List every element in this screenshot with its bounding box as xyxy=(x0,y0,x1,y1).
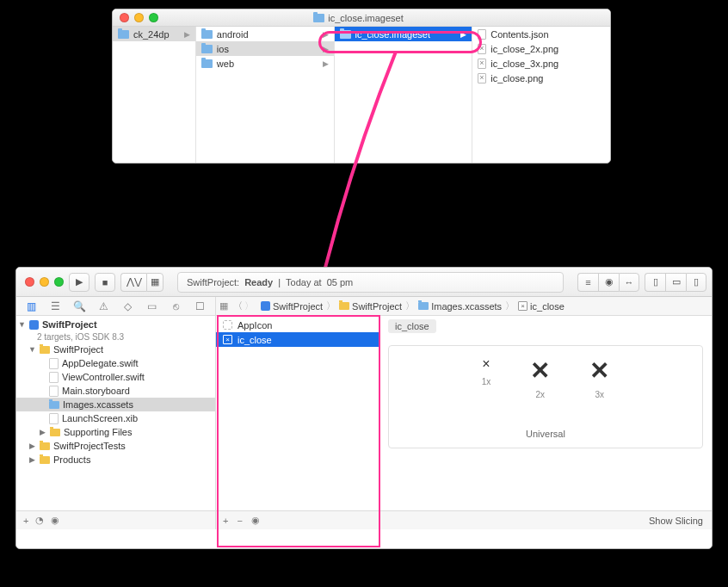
symbol-nav-icon[interactable]: ☰ xyxy=(44,300,68,312)
disclosure-icon[interactable]: ▼ xyxy=(28,345,36,354)
imageset-icon: × xyxy=(518,301,527,311)
item-label: ck_24dp xyxy=(133,29,170,40)
filter-recent-icon[interactable]: ◔ xyxy=(35,515,44,526)
tree-row[interactable]: ▶ Products xyxy=(16,453,215,467)
remove-button[interactable]: − xyxy=(237,516,242,526)
bottom-panel-icon[interactable]: ▭ xyxy=(665,273,686,292)
folder-icon xyxy=(40,442,50,450)
find-nav-icon[interactable]: 🔍 xyxy=(68,300,92,312)
add-button[interactable]: + xyxy=(23,516,28,526)
tree-row[interactable]: ▶ Supporting Files xyxy=(16,425,215,439)
project-nav-icon[interactable]: ▥ xyxy=(20,300,44,312)
list-item[interactable]: ic_close.png xyxy=(472,71,610,85)
close-icon[interactable] xyxy=(25,277,34,287)
asset-label: ic_close xyxy=(238,335,272,345)
filter-icon[interactable]: ◉ xyxy=(251,515,260,526)
tree-row[interactable]: ▶ SwiftProjectTests xyxy=(16,439,215,453)
disclosure-icon[interactable]: ▶ xyxy=(39,428,46,436)
assistant-editor-icon[interactable]: ◉ xyxy=(598,273,619,292)
tree-row[interactable]: AppDelegate.swift xyxy=(16,356,215,370)
destination-icon[interactable]: ▦ xyxy=(146,273,163,292)
list-item[interactable]: ic_close_3x.png xyxy=(472,56,610,71)
related-icon[interactable]: ▦ xyxy=(219,300,228,312)
chevron-right-icon: ▶ xyxy=(184,30,190,39)
scheme-selector[interactable]: ⋀⋁ ▦ xyxy=(120,273,163,292)
column-3[interactable]: Contents.json ic_close_2x.png ic_close_3… xyxy=(472,27,610,163)
zoom-icon[interactable] xyxy=(149,13,158,22)
asset-footer: + − ◉ xyxy=(216,510,379,529)
add-button[interactable]: + xyxy=(223,516,228,526)
test-nav-icon[interactable]: ◇ xyxy=(116,300,140,312)
standard-editor-icon[interactable]: ≡ xyxy=(577,273,598,292)
image-slot[interactable]: × 1x xyxy=(482,356,491,399)
secondary-bar: ▥ ☰ 🔍 ⚠ ◇ ▭ ⎋ ☐ ▦ 〈 〉 SwiftProject 〉 Swi… xyxy=(16,297,712,316)
jump-bar[interactable]: ▦ 〈 〉 SwiftProject 〉 SwiftProject 〉 Imag… xyxy=(216,297,712,315)
set-name-badge[interactable]: ic_close xyxy=(388,319,436,333)
list-item[interactable]: web ▶ xyxy=(196,56,334,71)
asset-list[interactable]: AppIcon × ic_close xyxy=(216,316,379,510)
run-button[interactable]: ▶ xyxy=(69,273,89,292)
version-editor-icon[interactable]: ↔ xyxy=(619,273,639,292)
column-0[interactable]: ck_24dp ▶ xyxy=(113,27,196,163)
tree-row[interactable]: LaunchScreen.xib xyxy=(16,411,215,425)
breakpoint-nav-icon[interactable]: ⎋ xyxy=(163,300,188,312)
folder-icon xyxy=(50,429,60,436)
scheme-icon[interactable]: ⋀⋁ xyxy=(120,273,146,292)
back-icon[interactable]: 〈 xyxy=(233,300,243,312)
list-item[interactable]: ic_close_2x.png xyxy=(472,41,610,56)
debug-nav-icon[interactable]: ▭ xyxy=(139,300,163,312)
report-nav-icon[interactable]: ☐ xyxy=(188,300,212,312)
forward-icon[interactable]: 〉 xyxy=(244,300,254,312)
asset-outline[interactable]: AppIcon × ic_close + − ◉ xyxy=(216,316,379,529)
show-slicing-button[interactable]: Show Slicing xyxy=(649,516,703,526)
asset-row[interactable]: AppIcon xyxy=(216,318,379,332)
project-navigator[interactable]: ▼ SwiftProject 2 targets, iOS SDK 8.3 ▼ … xyxy=(16,316,216,529)
slots-row: × 1x ✕ 2x ✕ 3x xyxy=(482,356,610,399)
stop-button[interactable]: ■ xyxy=(95,273,115,292)
folder-icon xyxy=(201,45,213,53)
jump-segment[interactable]: SwiftProject xyxy=(261,301,323,312)
activity-view[interactable]: SwiftProject: Ready | Today at 05 pm xyxy=(177,272,564,293)
scale-label: 2x xyxy=(536,390,546,399)
zoom-icon[interactable] xyxy=(54,277,64,287)
tree[interactable]: ▼ SwiftProject 2 targets, iOS SDK 8.3 ▼ … xyxy=(16,316,215,510)
list-item[interactable]: ck_24dp ▶ xyxy=(113,27,195,41)
tree-row[interactable]: ▼ SwiftProject xyxy=(16,318,215,331)
tree-row[interactable]: ▼ SwiftProject xyxy=(16,343,215,356)
panel-toggles[interactable]: ▯ ▭ ▯ xyxy=(645,273,706,292)
minimize-icon[interactable] xyxy=(40,277,49,287)
toolbar: ▶ ■ ⋀⋁ ▦ SwiftProject: Ready | Today at … xyxy=(16,268,712,297)
tree-row[interactable]: ViewController.swift xyxy=(16,370,215,384)
right-panel-icon[interactable]: ▯ xyxy=(686,273,706,292)
tree-label: Products xyxy=(53,454,90,465)
jump-segment[interactable]: SwiftProject xyxy=(339,301,402,312)
issue-nav-icon[interactable]: ⚠ xyxy=(92,300,116,312)
column-1[interactable]: android ▶ ios ▶ web ▶ xyxy=(196,27,335,163)
minimize-icon[interactable] xyxy=(134,13,144,22)
list-item[interactable]: ios ▶ xyxy=(196,41,334,56)
filter-scm-icon[interactable]: ◉ xyxy=(51,515,59,526)
editor-mode[interactable]: ≡ ◉ ↔ xyxy=(577,273,639,292)
scale-label: 3x xyxy=(595,390,605,399)
list-item[interactable]: ic_close.imageset ▶ xyxy=(335,27,472,41)
list-item[interactable]: Contents.json xyxy=(472,27,610,41)
column-view: ck_24dp ▶ android ▶ ios ▶ web ▶ xyxy=(113,27,610,163)
disclosure-icon[interactable]: ▼ xyxy=(18,320,26,329)
titlebar[interactable]: ic_close.imageset xyxy=(113,9,610,27)
disclosure-icon[interactable]: ▶ xyxy=(28,442,36,450)
tree-label: ViewController.swift xyxy=(62,372,145,382)
tree-row[interactable]: Images.xcassets xyxy=(16,398,215,411)
tree-row[interactable]: Main.storyboard xyxy=(16,384,215,398)
disclosure-icon[interactable]: ▶ xyxy=(28,455,36,464)
jump-segment[interactable]: ×ic_close xyxy=(518,301,565,312)
column-2[interactable]: ic_close.imageset ▶ xyxy=(335,27,473,163)
image-slot[interactable]: ✕ 3x xyxy=(589,356,609,399)
jump-segment[interactable]: Images.xcassets xyxy=(418,301,502,312)
list-item[interactable]: android ▶ xyxy=(196,27,334,41)
image-slot[interactable]: ✕ 2x xyxy=(530,356,550,399)
navigator-tabs[interactable]: ▥ ☰ 🔍 ⚠ ◇ ▭ ⎋ ☐ xyxy=(16,297,216,315)
close-icon[interactable] xyxy=(120,13,129,22)
asset-row[interactable]: × ic_close xyxy=(216,332,379,347)
file-icon xyxy=(478,29,486,40)
left-panel-icon[interactable]: ▯ xyxy=(645,273,665,292)
